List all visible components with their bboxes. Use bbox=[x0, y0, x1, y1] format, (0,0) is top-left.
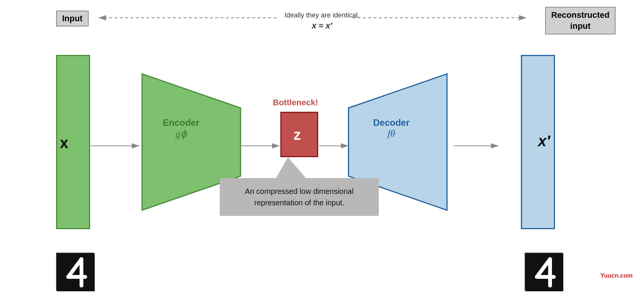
arrow-input-encoder bbox=[91, 140, 144, 152]
bottleneck-label: Bottleneck! bbox=[273, 98, 318, 108]
svg-rect-15 bbox=[57, 253, 95, 291]
arrow-encoder-z bbox=[241, 140, 284, 152]
reconstructed-label: Reconstructed input bbox=[545, 7, 616, 34]
callout-box: An compressed low dimensional representa… bbox=[220, 178, 379, 216]
z-label: z bbox=[294, 127, 301, 143]
xprime-label: x′ bbox=[538, 133, 550, 150]
identical-text: Ideally they are identical. x ≈ x′ bbox=[284, 11, 360, 31]
svg-rect-19 bbox=[525, 253, 563, 291]
math-approx: x ≈ x′ bbox=[284, 21, 360, 31]
watermark: Yuucn.com bbox=[600, 272, 633, 279]
mnist-output-image bbox=[525, 253, 563, 291]
arrow-decoder-output bbox=[454, 140, 503, 152]
x-label: x bbox=[60, 134, 68, 152]
autoencoder-diagram: Input Reconstructed input Ideally they a… bbox=[0, 0, 644, 300]
decoder-label: Decoder fθ bbox=[373, 117, 410, 139]
mnist-input-image bbox=[56, 253, 94, 291]
encoder-label: Encoder gϕ bbox=[163, 117, 199, 140]
input-label: Input bbox=[56, 11, 89, 27]
